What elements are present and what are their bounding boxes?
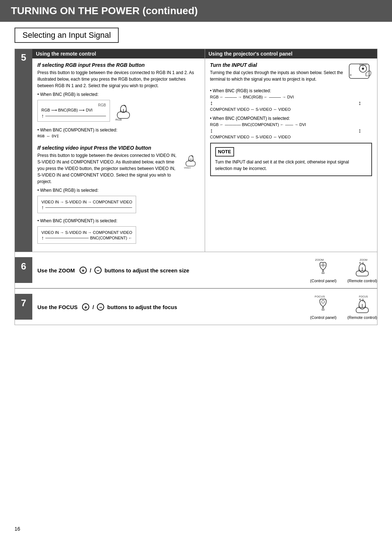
- step-6-icons: ZOOM (Control panel) ZOOM ⊕ ⊖: [310, 257, 377, 283]
- dial-body: Turning the dial cycles through the inpu…: [210, 69, 345, 82]
- up-arrow: ↑: [41, 113, 44, 118]
- right-bnc-rgb-line1: RGB ← ——— → BNC(RGB) ← ——— → DVI: [210, 95, 372, 99]
- step-7-icons: FOCUS (Control panel) FOCUS ⊕ ⊖: [310, 294, 377, 320]
- step-6-row: 6 Use the ZOOM + / − buttons to adjust t…: [15, 252, 377, 288]
- step-6-control-panel-icon: ZOOM (Control panel): [310, 257, 336, 283]
- step-5-number: 5: [15, 49, 32, 252]
- focus-plus-icon: +: [82, 303, 89, 311]
- svg-rect-24: [356, 271, 368, 276]
- bnc-comp-label-left: • When BNC (COMPONENT) is selected:: [37, 127, 200, 133]
- note-box: NOTE Turn the INPUT dial and set it at t…: [210, 143, 372, 176]
- section-title: Selecting an Input Signal: [15, 28, 119, 43]
- right-bnc-rgb-label: • When BNC (RGB) is selected:: [210, 88, 372, 93]
- rgb-flow-line: RGB ⟶ BNC(RGB) ⟶ DVI: [41, 108, 106, 113]
- step-7-number: 7: [15, 294, 32, 320]
- bnc-comp-flow: RGB ↔ DVI: [37, 134, 200, 138]
- step-6-remote-label: (Remote control): [347, 279, 377, 283]
- note-label: NOTE: [215, 147, 234, 157]
- dial-heading: Turn the INPUT dial: [210, 62, 345, 68]
- note-text: Turn the INPUT dial and set it at the cl…: [215, 159, 367, 172]
- svg-text:ZOOM: ZOOM: [315, 258, 324, 262]
- zoom-plus-icon: +: [79, 267, 87, 274]
- video-bnc-rgb-label: • When BNC (RGB) is selected:: [37, 188, 200, 193]
- svg-point-14: [362, 68, 364, 70]
- step-5-content: Using the remote control If selecting RG…: [32, 49, 377, 252]
- svg-rect-7: [186, 161, 195, 166]
- step-5-left-col: Using the remote control If selecting RG…: [32, 49, 205, 252]
- step-5-row: 5 Using the remote control If selecting …: [15, 49, 377, 252]
- svg-rect-33: [356, 308, 368, 313]
- video-bnc-comp-diagram: VIDEO IN → S-VIDEO IN → COMPONENT VIDEO …: [37, 226, 136, 244]
- step-7-content: Use the FOCUS + / − buttons to adjust th…: [32, 303, 310, 311]
- focus-remote-icon: FOCUS ⊕ ⊖: [352, 294, 372, 314]
- page-header: TURNING ON THE POWER (continued): [0, 0, 392, 22]
- right-bnc-comp-line2: COMPONENT VIDEO ↔ S-VIDEO ↔ VIDEO: [210, 135, 372, 139]
- step-5-right-col: Using the projector's control panel Turn…: [205, 49, 377, 252]
- bnc-rgb-label: • When BNC (RGB) is selected:: [37, 92, 200, 97]
- video-body: Press this button to toggle between the …: [37, 152, 179, 185]
- step-7-text: Use the FOCUS + / − buttons to adjust th…: [37, 303, 305, 311]
- step-7-remote-icon: FOCUS ⊕ ⊖ (Remote control): [347, 294, 377, 320]
- video-comp-up-arrow: ↑: [41, 235, 44, 240]
- zoom-minus-icon: −: [94, 267, 102, 274]
- vert-arrow-2: ↕: [358, 100, 361, 106]
- step-7-row: 7 Use the FOCUS + / − buttons to adjust …: [15, 288, 377, 325]
- step-6-text: Use the ZOOM + / − buttons to adjust the…: [37, 267, 305, 274]
- svg-point-29: [322, 300, 324, 303]
- video-bnc-rgb-diagram: VIDEO IN → S-VIDEO IN → COMPONENT VIDEO …: [37, 196, 136, 213]
- header-title: TURNING ON THE POWER (continued): [11, 5, 198, 16]
- vert-arrow-3: ↕: [210, 127, 213, 134]
- focus-minus-icon: −: [97, 303, 104, 311]
- vert-arrow-1: ↕: [210, 100, 213, 106]
- svg-rect-12: [349, 64, 369, 78]
- right-bnc-comp-label: • When BNC (COMPONENT) is selected:: [210, 116, 372, 121]
- step-7-remote-label: (Remote control): [347, 315, 377, 320]
- rgb-hand-icon: RGB: [114, 102, 134, 122]
- rgb-body: Press this button to toggle between the …: [37, 69, 200, 89]
- step-7-control-panel-icon: FOCUS (Control panel): [310, 294, 336, 320]
- zoom-remote-icon: ZOOM ⊕ ⊖: [352, 257, 372, 277]
- svg-text:RGB: RGB: [115, 118, 122, 121]
- right-bnc-comp-line1: RGB ← ———— BNC(COMPONENT) ← —— → DVI: [210, 122, 372, 127]
- page-number: 16: [15, 526, 20, 532]
- right-col-header: Using the projector's control panel: [205, 49, 377, 58]
- step-6-content: Use the ZOOM + / − buttons to adjust the…: [32, 267, 310, 274]
- focus-control-icon: FOCUS: [313, 294, 333, 314]
- rgb-heading: If selecting RGB input Press the RGB but…: [37, 62, 200, 68]
- video-hand-icon: VIDEO: [182, 152, 200, 170]
- svg-text:8: 8: [350, 73, 352, 77]
- vert-arrow-4: ↕: [358, 127, 361, 134]
- zoom-control-icon: ZOOM: [313, 257, 333, 277]
- video-heading: If selecting video input Press the VIDEO…: [37, 145, 200, 151]
- video-bnc-comp-label: • When BNC (COMPONENT) is selected:: [37, 218, 200, 223]
- svg-text:FOCUS: FOCUS: [315, 295, 325, 298]
- svg-text:INPUT: INPUT: [359, 64, 367, 66]
- projector-dial-icon: INPUT 8: [348, 62, 372, 82]
- svg-text:FOCUS: FOCUS: [359, 295, 368, 298]
- step-6-control-label: (Control panel): [310, 279, 336, 283]
- step-6-number: 6: [15, 257, 32, 283]
- left-col-header: Using the remote control: [32, 49, 205, 58]
- step-7-control-label: (Control panel): [310, 315, 336, 320]
- svg-text:ZOOM: ZOOM: [360, 259, 367, 261]
- page-wrapper: TURNING ON THE POWER (continued) Selecti…: [0, 0, 392, 539]
- step-6-remote-icon: ZOOM ⊕ ⊖ (Remote control): [347, 257, 377, 283]
- right-bnc-rgb-line2: COMPONENT VIDEO ↔ S-VIDEO ↔ VIDEO: [210, 107, 372, 112]
- rgb-flow-diagram: RGB RGB ⟶ BNC(RGB) ⟶ DVI ↑: [37, 100, 110, 122]
- svg-text:VIDEO: VIDEO: [184, 166, 191, 169]
- video-up-arrow: ↑: [41, 205, 44, 210]
